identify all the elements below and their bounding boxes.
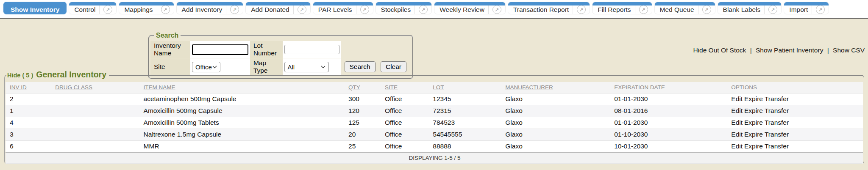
show-csv-link[interactable]: Show CSV [833,47,865,54]
manufacturer-cell: Glaxo [502,105,611,117]
sort-link[interactable]: DRUG CLASS [55,84,92,90]
toolbar-tab[interactable]: Fill Reports ↗ [592,2,652,14]
toolbar-tab[interactable]: Show Inventory [3,2,67,14]
transfer-link[interactable]: Transfer [765,95,789,102]
open-external-icon[interactable]: ↗ [577,5,586,14]
toolbar-tab[interactable]: PAR Levels ↗ [313,2,373,14]
options-cell: EditExpireTransfer [728,129,863,140]
edit-link[interactable]: Edit [731,119,743,126]
column-header: ITEM NAME [140,82,345,93]
lot-cell: 12345 [429,93,502,105]
site-cell: Office [381,105,429,117]
open-external-icon[interactable]: ↗ [492,5,501,14]
expiration-date-cell: 01-10-2030 [611,129,728,140]
manufacturer-cell: Glaxo [502,117,611,129]
expiration-date-cell: 01-01-2030 [611,117,728,129]
sort-link[interactable]: INV ID [10,84,27,90]
toolbar-tab[interactable]: Control ↗ [69,2,117,14]
expire-link[interactable]: Expire [744,95,763,102]
open-external-icon[interactable]: ↗ [768,5,777,14]
toolbar-tab[interactable]: Blank Labels ↗ [718,2,782,14]
lot-cell: 72315 [429,105,502,117]
edit-link[interactable]: Edit [731,131,743,138]
open-external-icon[interactable]: ↗ [230,5,239,14]
item-name-cell: Naltrexone 1.5mg Capsule [140,129,345,140]
inventory-table: INV IDDRUG CLASSITEM NAMEQTYSITELOTMANUF… [6,82,863,164]
edit-link[interactable]: Edit [731,143,743,150]
expire-link[interactable]: Expire [744,107,763,114]
drug-class-cell [52,140,140,152]
toolbar-tab[interactable]: Import ↗ [784,2,829,14]
tab-accent-cap [69,2,116,5]
tab-label: PAR Levels [318,6,352,14]
inv-id-cell: 4 [6,117,52,129]
transfer-link[interactable]: Transfer [765,143,789,150]
open-external-icon[interactable]: ↗ [360,5,369,14]
paging-status: DISPLAYING 1-5 / 5 [6,152,863,164]
tab-accent-cap [4,2,66,5]
inventory-name-label: Inventory Name [150,41,190,58]
transfer-link[interactable]: Transfer [765,131,789,138]
tab-accent-cap [246,2,310,5]
tab-ext-wrap: ↗ [415,5,428,14]
hide-count-link[interactable]: Hide ( 5 ) [7,72,33,79]
open-external-icon[interactable]: ↗ [103,5,112,14]
toolbar-tab[interactable]: Med Queue ↗ [654,2,715,14]
site-cell: Office [381,129,429,140]
manufacturer-cell: Glaxo [502,93,611,105]
expire-link[interactable]: Expire [744,143,763,150]
open-external-icon[interactable]: ↗ [298,5,306,14]
tab-label: Import [789,6,808,14]
sort-link[interactable]: MANUFACTURER [505,84,553,90]
inv-id-cell: 3 [6,129,52,140]
open-external-icon[interactable]: ↗ [419,5,428,14]
column-label: EXPIRATION DATE [614,84,665,90]
section-title: General Inventory [36,70,106,79]
qty-cell: 25 [345,140,381,152]
sort-link[interactable]: SITE [385,84,398,90]
column-label: OPTIONS [731,84,757,90]
page-content: Search Inventory Name Lot Number Site Of… [0,19,868,169]
show-patient-inventory-link[interactable]: Show Patient Inventory [756,47,823,54]
open-external-icon[interactable]: ↗ [816,5,825,14]
table-row: 6MMR25Office88888Glaxo10-01-2030EditExpi… [6,140,863,152]
item-name-cell: Amoxicillin 500mg Capsule [140,105,345,117]
inv-id-cell: 2 [6,93,52,105]
open-external-icon[interactable]: ↗ [702,5,711,14]
edit-link[interactable]: Edit [731,95,743,102]
tab-ext-wrap: ↗ [812,5,825,14]
transfer-link[interactable]: Transfer [765,107,789,114]
toolbar-tab[interactable]: Mappings ↗ [119,2,174,14]
expire-link[interactable]: Expire [744,131,763,138]
toolbar-tab[interactable]: Weekly Review ↗ [434,2,506,14]
toolbar-tab[interactable]: Stockpiles ↗ [376,2,432,14]
edit-link[interactable]: Edit [731,107,743,114]
toolbar-tab[interactable]: Transaction Report ↗ [508,2,590,14]
tab-ext-wrap: ↗ [356,5,369,14]
item-name-cell: MMR [140,140,345,152]
search-legend: Search [154,32,181,39]
hide-out-of-stock-link[interactable]: Hide Out Of Stock [693,47,746,54]
sort-link[interactable]: ITEM NAME [144,84,175,90]
expire-link[interactable]: Expire [744,119,763,126]
table-header-row: INV IDDRUG CLASSITEM NAMEQTYSITELOTMANUF… [6,82,863,93]
inventory-name-input[interactable] [192,44,248,55]
tab-accent-cap [119,2,173,5]
sort-link[interactable]: LOT [433,84,444,90]
inv-id-cell: 6 [6,140,52,152]
lot-number-input[interactable] [284,45,339,54]
toolbar-tab[interactable]: Add Inventory ↗ [176,2,244,14]
drug-class-cell [52,129,140,140]
qty-cell: 125 [345,117,381,129]
open-external-icon[interactable]: ↗ [161,5,170,14]
transfer-link[interactable]: Transfer [765,119,789,126]
toolbar-tab[interactable]: Add Donated ↗ [245,2,311,14]
tab-accent-cap [718,2,782,5]
tab-ext-wrap: ↗ [573,5,586,14]
open-external-icon[interactable]: ↗ [639,5,648,14]
qty-cell: 300 [345,93,381,105]
tab-accent-cap [313,2,373,5]
tab-ext-wrap: ↗ [488,5,501,14]
options-cell: EditExpireTransfer [728,140,863,152]
sort-link[interactable]: QTY [348,84,360,90]
